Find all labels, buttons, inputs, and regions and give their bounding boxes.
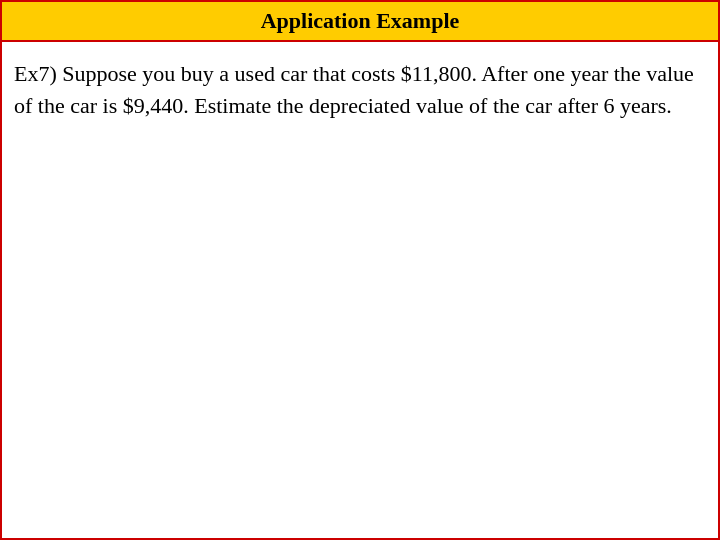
content-area: Ex7) Suppose you buy a used car that cos…: [2, 42, 718, 538]
page-container: Application Example Ex7) Suppose you buy…: [0, 0, 720, 540]
header-bar: Application Example: [2, 2, 718, 42]
problem-text: Ex7) Suppose you buy a used car that cos…: [14, 58, 706, 122]
